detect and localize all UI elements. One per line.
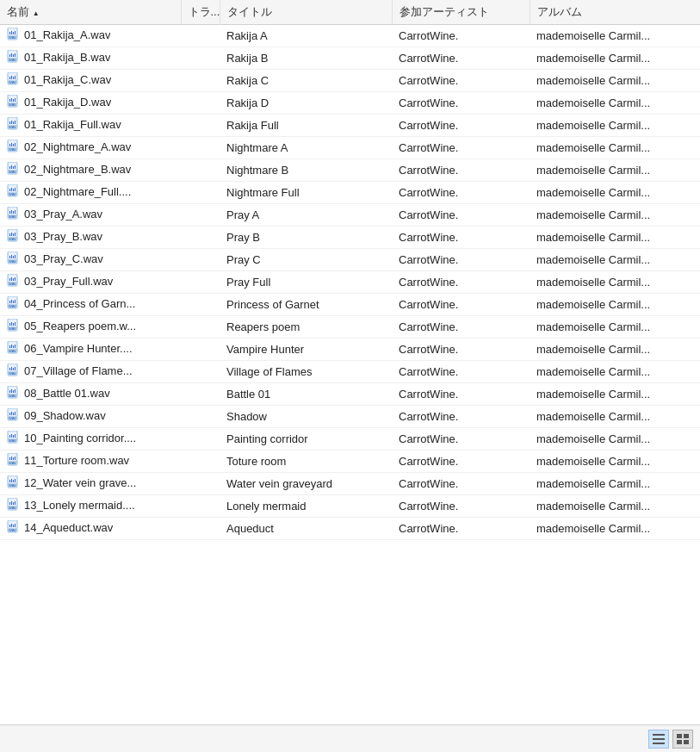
cell-artist: CarrotWine. [392, 294, 530, 316]
wav-file-icon: WAV [7, 431, 21, 444]
wav-file-icon: WAV [7, 386, 21, 400]
table-row[interactable]: WAV 01_Rakija_B.wav Rakija BCarrotWine.m… [0, 47, 700, 70]
wav-file-icon: WAV [7, 364, 21, 377]
table-row[interactable]: WAV 12_Water vein grave... Water vein gr… [0, 473, 700, 495]
table-row[interactable]: WAV 01_Rakija_C.wav Rakija CCarrotWine.m… [0, 70, 700, 92]
table-row[interactable]: WAV 14_Aqueduct.wav AqueductCarrotWine.m… [0, 518, 700, 540]
cell-track [181, 137, 220, 159]
table-row[interactable]: WAV 01_Rakija_Full.wav Rakija FullCarrot… [0, 115, 700, 137]
table-row[interactable]: WAV 03_Pray_C.wav Pray CCarrotWine.madem… [0, 249, 700, 271]
cell-artist: CarrotWine. [392, 361, 530, 383]
cell-artist: CarrotWine. [392, 518, 530, 540]
svg-rect-88 [11, 300, 12, 303]
svg-rect-19 [13, 77, 14, 79]
col-header-track[interactable]: トラ... [181, 0, 220, 25]
svg-text:WAV: WAV [9, 528, 16, 532]
table-row[interactable]: WAV 03_Pray_A.wav Pray ACarrotWine.madem… [0, 204, 700, 227]
cell-name: WAV 03_Pray_Full.wav [0, 271, 181, 294]
wav-file-icon: WAV [7, 296, 21, 310]
svg-rect-34 [15, 121, 15, 124]
cell-album: mademoiselle Carmil... [530, 204, 700, 227]
cell-track [181, 518, 220, 540]
svg-text:WAV: WAV [9, 304, 16, 308]
table-row[interactable]: WAV 02_Nightmare_B.wav Nightmare BCarrot… [0, 159, 700, 182]
svg-rect-47 [13, 166, 14, 169]
cell-artist: CarrotWine. [392, 249, 530, 271]
cell-track [181, 406, 220, 428]
table-row[interactable]: WAV 07_Village of Flame... Village of Fl… [0, 361, 700, 383]
detail-view-button[interactable] [672, 730, 693, 749]
svg-rect-11 [11, 53, 12, 57]
col-header-album[interactable]: アルバム [530, 0, 700, 25]
svg-text:WAV: WAV [9, 259, 16, 264]
cell-artist: CarrotWine. [392, 204, 530, 227]
svg-rect-74 [11, 255, 12, 258]
svg-text:WAV: WAV [9, 35, 16, 40]
wav-file-icon: WAV [7, 341, 21, 355]
cell-artist: CarrotWine. [392, 25, 530, 47]
cell-artist: CarrotWine. [392, 339, 530, 361]
cell-name: WAV 07_Village of Flame... [0, 361, 181, 383]
table-row[interactable]: WAV 01_Rakija_D.wav Rakija DCarrotWine.m… [0, 92, 700, 115]
svg-rect-104 [15, 345, 15, 348]
table-row[interactable]: WAV 09_Shadow.wav ShadowCarrotWine.madem… [0, 406, 700, 428]
svg-text:WAV: WAV [9, 461, 16, 465]
svg-rect-5 [13, 32, 14, 34]
svg-text:WAV: WAV [9, 326, 16, 331]
wav-file-icon: WAV [7, 408, 21, 422]
cell-title: Rakija Full [220, 115, 392, 137]
cell-artist: CarrotWine. [392, 47, 530, 70]
svg-rect-53 [11, 188, 12, 191]
svg-text:WAV: WAV [9, 438, 16, 443]
table-row[interactable]: WAV 02_Nightmare_Full.... Nightmare Full… [0, 182, 700, 204]
table-row[interactable]: WAV 10_Painting corridor.... Painting co… [0, 428, 700, 451]
wav-file-icon: WAV [7, 117, 21, 131]
wav-file-icon: WAV [7, 95, 21, 109]
svg-rect-131 [13, 435, 14, 438]
cell-track [181, 182, 220, 204]
table-row[interactable]: WAV 05_Reapers poem.w... Reapers poemCar… [0, 316, 700, 339]
table-row[interactable]: WAV 02_Nightmare_A.wav Nightmare ACarrot… [0, 137, 700, 159]
cell-name: WAV 01_Rakija_Full.wav [0, 115, 181, 137]
col-header-title[interactable]: タイトル [220, 0, 392, 25]
svg-rect-103 [13, 345, 14, 348]
svg-rect-33 [13, 121, 14, 124]
list-view-button[interactable] [648, 730, 669, 749]
svg-rect-40 [13, 144, 14, 146]
cell-track [181, 271, 220, 294]
cell-album: mademoiselle Carmil... [530, 406, 700, 428]
table-row[interactable]: WAV 01_Rakija_A.wav Rakija ACarrotWine.m… [0, 25, 700, 47]
table-row[interactable]: WAV 11_Torture room.wav Toture roomCarro… [0, 451, 700, 473]
col-header-name[interactable]: 名前 [0, 0, 181, 25]
wav-file-icon: WAV [7, 229, 21, 243]
cell-name: WAV 01_Rakija_C.wav [0, 70, 181, 92]
svg-text:WAV: WAV [9, 506, 16, 510]
svg-rect-39 [11, 143, 12, 146]
svg-rect-83 [15, 277, 15, 281]
svg-rect-146 [15, 479, 15, 482]
cell-title: Pray B [220, 227, 392, 249]
cell-artist: CarrotWine. [392, 406, 530, 428]
svg-rect-89 [13, 301, 14, 303]
svg-text:WAV: WAV [9, 58, 16, 62]
wav-file-icon: WAV [7, 498, 21, 512]
svg-rect-60 [11, 210, 12, 214]
table-row[interactable]: WAV 03_Pray_B.wav Pray BCarrotWine.madem… [0, 227, 700, 249]
cell-artist: CarrotWine. [392, 451, 530, 473]
svg-rect-12 [13, 54, 14, 57]
table-row[interactable]: WAV 13_Lonely mermaid.... Lonely mermaid… [0, 495, 700, 518]
svg-text:WAV: WAV [9, 394, 16, 398]
cell-title: Reapers poem [220, 316, 392, 339]
cell-title: Nightmare Full [220, 182, 392, 204]
svg-rect-162 [653, 738, 665, 740]
svg-rect-3 [9, 32, 10, 34]
table-row[interactable]: WAV 03_Pray_Full.wav Pray FullCarrotWine… [0, 271, 700, 294]
table-row[interactable]: WAV 04_Princess of Garn... Princess of G… [0, 294, 700, 316]
wav-file-icon: WAV [7, 475, 21, 489]
svg-rect-122 [9, 413, 10, 415]
svg-rect-6 [15, 31, 15, 34]
table-row[interactable]: WAV 06_Vampire Hunter.... Vampire Hunter… [0, 339, 700, 361]
cell-name: WAV 03_Pray_B.wav [0, 227, 181, 249]
col-header-artist[interactable]: 参加アーティスト [392, 0, 530, 25]
table-row[interactable]: WAV 08_Battle 01.wav Battle 01CarrotWine… [0, 383, 700, 406]
